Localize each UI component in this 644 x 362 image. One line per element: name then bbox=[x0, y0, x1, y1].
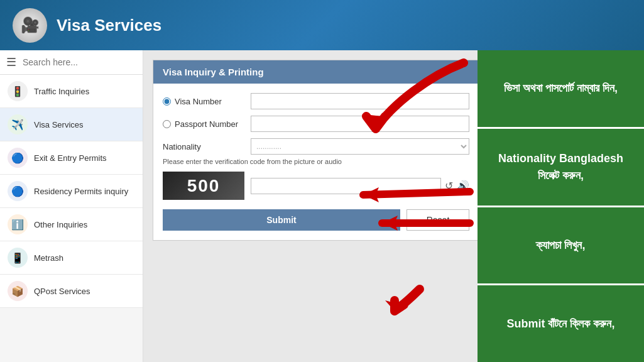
header-title: Visa Services bbox=[57, 16, 161, 35]
sidebar-items: 🚦 Traffic Inquiries ✈️ Visa Services 🔵 E… bbox=[0, 75, 143, 362]
nationality-row: Nationality ............ Bangladesh Qata… bbox=[163, 138, 469, 155]
header-logo: 🎥 bbox=[13, 8, 47, 43]
traffic-icon: 🚦 bbox=[8, 81, 28, 101]
form-title: Visa Inquiry & Printing bbox=[163, 67, 264, 77]
annotation-text-3: ক্যাপচা লিখুন, bbox=[536, 237, 585, 254]
qpost-icon: 📦 bbox=[8, 281, 28, 301]
captcha-row: 500 ↺ 🔊 bbox=[163, 172, 469, 200]
annotation-block-4: Submit বাঁটনে ক্লিক করুন, bbox=[478, 285, 644, 362]
annotation-text-4: Submit বাঁটনে ক্লিক করুন, bbox=[507, 315, 615, 332]
sidebar-item-residency-label: Residency Permits inquiry bbox=[34, 187, 128, 196]
sidebar-item-residency[interactable]: 🔵 Residency Permits inquiry bbox=[0, 175, 143, 208]
sidebar-item-visa[interactable]: ✈️ Visa Services bbox=[0, 108, 143, 141]
residency-icon: 🔵 bbox=[8, 181, 28, 201]
header: 🎥 Visa Services bbox=[0, 0, 644, 50]
content-area: Visa Inquiry & Printing Visa Number Pass… bbox=[143, 50, 478, 362]
form-panel-body: Visa Number Passport Number Nationality bbox=[153, 84, 478, 240]
sidebar-item-traffic-label: Traffic Inquiries bbox=[34, 87, 89, 96]
annotation-block-3: ক্যাপচা লিখুন, bbox=[478, 207, 644, 286]
nationality-label: Nationality bbox=[163, 142, 251, 151]
annotation-block-2: Nationality Bangladesh সিলেক্ট করুন, bbox=[478, 129, 644, 207]
annotation-block-1: ভিসা অথবা পাসপোর্ট নাম্বার দিন, bbox=[478, 50, 644, 129]
sidebar-item-qpost-label: QPost Services bbox=[34, 287, 90, 296]
reset-button[interactable]: Reset bbox=[407, 209, 469, 231]
visa-number-radio[interactable] bbox=[163, 97, 171, 106]
visa-icon: ✈️ bbox=[8, 114, 28, 134]
passport-number-row: Passport Number bbox=[163, 116, 469, 132]
form-panel: Visa Inquiry & Printing Visa Number Pass… bbox=[153, 60, 478, 241]
camera-icon: 🎥 bbox=[21, 16, 40, 34]
hamburger-icon[interactable]: ☰ bbox=[6, 55, 16, 69]
captcha-input-row: ↺ 🔊 bbox=[251, 178, 469, 194]
visa-number-input[interactable] bbox=[251, 93, 469, 109]
other-icon: ℹ️ bbox=[8, 214, 28, 234]
captcha-image: 500 bbox=[163, 172, 244, 200]
submit-arrow bbox=[307, 277, 432, 327]
verification-hint: Please enter the verification code from … bbox=[163, 158, 469, 165]
annotation-panel: ভিসা অথবা পাসপোর্ট নাম্বার দিন, National… bbox=[478, 50, 644, 362]
sidebar-item-exit-label: Exit & Entry Permits bbox=[34, 153, 107, 163]
form-panel-header: Visa Inquiry & Printing bbox=[153, 60, 478, 84]
sidebar-item-traffic[interactable]: 🚦 Traffic Inquiries bbox=[0, 75, 143, 108]
sidebar-item-other[interactable]: ℹ️ Other Inquiries bbox=[0, 208, 143, 241]
submit-button[interactable]: Submit bbox=[163, 209, 400, 231]
annotation-text-1: ভিসা অথবা পাসপোর্ট নাম্বার দিন, bbox=[504, 80, 618, 97]
sidebar-search-row: ☰ bbox=[0, 50, 143, 75]
visa-number-row: Visa Number bbox=[163, 93, 469, 109]
sidebar-item-other-label: Other Inquiries bbox=[34, 220, 87, 229]
visa-number-label[interactable]: Visa Number bbox=[163, 97, 251, 106]
sidebar-item-metrash-label: Metrash bbox=[34, 253, 63, 263]
main-layout: ☰ 🚦 Traffic Inquiries ✈️ Visa Services 🔵… bbox=[0, 50, 644, 362]
annotation-text-2: Nationality Bangladesh সিলেক্ট করুন, bbox=[487, 150, 635, 184]
passport-number-input[interactable] bbox=[251, 116, 469, 132]
exit-icon: 🔵 bbox=[8, 148, 28, 168]
sidebar-item-qpost[interactable]: 📦 QPost Services bbox=[0, 275, 143, 308]
sidebar: ☰ 🚦 Traffic Inquiries ✈️ Visa Services 🔵… bbox=[0, 50, 143, 362]
button-row: Submit Reset bbox=[163, 209, 469, 231]
passport-number-radio[interactable] bbox=[163, 120, 171, 128]
captcha-value: 500 bbox=[187, 176, 221, 196]
sidebar-item-exit[interactable]: 🔵 Exit & Entry Permits bbox=[0, 141, 143, 175]
metrash-icon: 📱 bbox=[8, 248, 28, 268]
passport-number-label[interactable]: Passport Number bbox=[163, 119, 251, 129]
audio-icon[interactable]: 🔊 bbox=[457, 180, 469, 192]
sidebar-item-metrash[interactable]: 📱 Metrash bbox=[0, 241, 143, 275]
sidebar-item-visa-label: Visa Services bbox=[34, 120, 84, 129]
nationality-select[interactable]: ............ Bangladesh Qatar India bbox=[251, 138, 469, 155]
refresh-icon[interactable]: ↺ bbox=[445, 180, 453, 192]
search-input[interactable] bbox=[23, 57, 136, 67]
captcha-input[interactable] bbox=[251, 178, 441, 194]
